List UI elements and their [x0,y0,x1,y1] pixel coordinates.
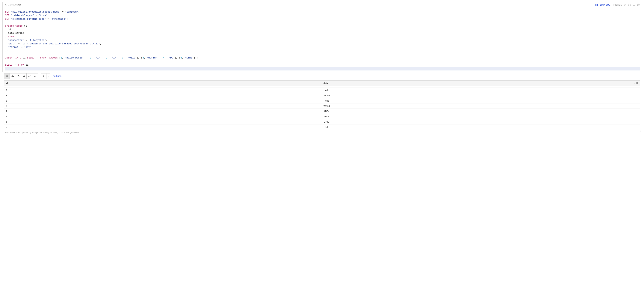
table-row[interactable]: 3World [4,103,640,109]
job-icon [595,4,598,6]
flink-job-label: FLINK JOB [599,4,610,6]
svg-point-13 [35,76,36,76]
bar-chart-button[interactable] [10,74,15,79]
download-button[interactable] [41,74,46,79]
svg-rect-1 [597,4,598,5]
cell-id: 4 [4,114,322,119]
job-status: FINISHED [612,4,622,6]
table-view-button[interactable] [4,74,10,79]
table-row[interactable]: 4ADD [4,114,640,119]
cell-id: 3 [4,104,322,108]
svg-rect-11 [13,76,14,77]
svg-rect-0 [596,4,596,5]
cell-data: Hello [322,88,640,93]
svg-rect-9 [12,76,12,77]
pie-chart-button[interactable] [15,74,21,79]
menu-icon[interactable] [636,82,638,84]
cell-data: LINE [322,125,640,129]
svg-rect-4 [6,75,8,77]
cell-id: 5 [4,125,322,129]
result-table: id data 3Hello3World [4,80,640,130]
cell-id: 3 [4,88,322,93]
book-icon[interactable] [632,3,636,7]
table-row-partial [4,86,640,88]
table-row[interactable]: 3Hello [4,88,640,93]
viz-toolbar: settings [4,73,640,79]
scatter-chart-button[interactable] [32,74,38,79]
svg-rect-10 [12,75,13,77]
results-panel: settings id data [2,72,642,135]
cell-data: Hello [322,98,640,103]
notebook-cell: FLINK JOB FINISHED %flink.ssql SET 'sql-… [2,2,642,135]
column-label: id [6,82,8,85]
gear-icon[interactable] [637,3,640,7]
cell-id: 4 [4,109,322,114]
caret-down-icon [62,76,64,77]
run-button[interactable] [623,3,626,7]
flink-job-link[interactable]: FLINK JOB [595,4,610,6]
settings-label: settings [53,75,62,77]
cell-data: ADD [322,109,640,114]
cell-data: World [322,104,640,108]
table-row[interactable]: 3Hello [4,98,640,103]
code-editor[interactable]: %flink.ssql SET 'sql-client.execution.re… [3,2,642,72]
cell-id: 5 [4,119,322,124]
table-body: 3Hello3World3Hello3World4ADD4ADD5LINE5LI… [4,86,640,130]
column-label: data [324,82,328,85]
cell-id: 3 [4,98,322,103]
collapse-icon[interactable] [628,3,631,7]
cell-header-controls: FLINK JOB FINISHED [595,3,640,7]
table-row[interactable]: 4ADD [4,109,640,114]
cell-data: World [322,93,640,98]
column-header-id[interactable]: id [4,81,322,86]
line-chart-button[interactable] [26,74,32,79]
svg-point-14 [36,76,36,77]
table-row[interactable]: 5LINE [4,124,640,130]
resize-handle[interactable] [639,129,642,132]
chevron-down-icon[interactable] [318,82,320,84]
download-group [41,73,50,79]
svg-rect-3 [597,5,598,6]
caret-down-icon [48,76,49,77]
settings-link[interactable]: settings [53,75,64,77]
table-row[interactable]: 3World [4,93,640,98]
cell-data: LINE [322,119,640,124]
chevron-down-icon[interactable] [633,82,636,84]
chart-type-group [4,73,38,79]
svg-rect-2 [596,5,596,6]
cell-data: ADD [322,114,640,119]
cell-id: 3 [4,93,322,98]
column-header-data[interactable]: data [322,81,640,86]
table-row[interactable]: 5LINE [4,119,640,124]
download-dropdown[interactable] [46,74,50,79]
execution-status: Took 20 sec. Last updated by anonymous a… [4,130,640,134]
area-chart-button[interactable] [21,74,26,79]
table-header: id data [4,81,640,86]
svg-point-12 [34,76,35,77]
